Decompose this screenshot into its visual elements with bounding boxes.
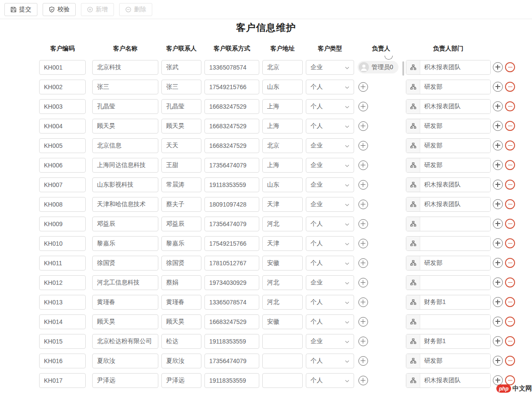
customer-code-input[interactable] bbox=[39, 334, 86, 349]
delete-row-button[interactable] bbox=[505, 140, 515, 150]
customer-address-input[interactable] bbox=[262, 197, 303, 212]
customer-contact-input[interactable] bbox=[161, 99, 201, 114]
add-row-button[interactable] bbox=[493, 140, 503, 150]
customer-phone-input[interactable] bbox=[204, 217, 259, 231]
customer-name-input[interactable] bbox=[92, 256, 158, 270]
customer-name-input[interactable] bbox=[92, 373, 158, 388]
customer-phone-input[interactable] bbox=[204, 158, 259, 173]
customer-code-input[interactable] bbox=[39, 275, 86, 290]
add-row-button[interactable] bbox=[493, 317, 503, 327]
owner-department-input[interactable] bbox=[420, 256, 491, 270]
delete-row-button[interactable] bbox=[505, 356, 515, 366]
owner-department-input[interactable] bbox=[420, 334, 491, 348]
customer-name-input[interactable] bbox=[92, 275, 158, 290]
customer-code-input[interactable] bbox=[39, 256, 86, 270]
delete-row-button[interactable] bbox=[505, 297, 515, 307]
customer-type-select[interactable]: 个人 bbox=[306, 99, 354, 114]
customer-code-input[interactable] bbox=[39, 314, 86, 329]
customer-name-input[interactable] bbox=[92, 99, 158, 114]
org-tree-icon[interactable] bbox=[406, 295, 420, 309]
add-owner-button[interactable] bbox=[358, 239, 368, 248]
customer-name-input[interactable] bbox=[92, 60, 158, 75]
add-row-button[interactable] bbox=[493, 219, 503, 229]
customer-phone-input[interactable] bbox=[204, 80, 259, 94]
org-tree-icon[interactable] bbox=[406, 276, 420, 290]
add-owner-button[interactable] bbox=[358, 82, 368, 92]
customer-contact-input[interactable] bbox=[161, 275, 201, 290]
add-row-button[interactable] bbox=[493, 160, 503, 170]
customer-address-input[interactable] bbox=[262, 119, 303, 134]
customer-name-input[interactable] bbox=[92, 236, 158, 251]
customer-type-select[interactable]: 个人 bbox=[306, 256, 354, 270]
org-tree-icon[interactable] bbox=[406, 119, 420, 133]
customer-code-input[interactable] bbox=[39, 177, 86, 192]
customer-contact-input[interactable] bbox=[161, 119, 201, 134]
org-tree-icon[interactable] bbox=[406, 315, 420, 329]
owner-department-input[interactable] bbox=[420, 354, 491, 368]
customer-name-input[interactable] bbox=[92, 80, 158, 94]
delete-row-button[interactable] bbox=[505, 219, 515, 229]
customer-type-select[interactable]: 企业 bbox=[306, 197, 354, 212]
customer-type-select[interactable]: 企业 bbox=[306, 275, 354, 290]
customer-address-input[interactable] bbox=[262, 314, 303, 329]
customer-phone-input[interactable] bbox=[204, 197, 259, 212]
customer-name-input[interactable] bbox=[92, 119, 158, 134]
owner-department-input[interactable] bbox=[420, 158, 491, 172]
add-row-button[interactable] bbox=[493, 258, 503, 268]
customer-contact-input[interactable] bbox=[161, 334, 201, 349]
add-row-button[interactable] bbox=[493, 101, 503, 111]
submit-button[interactable]: 提交 bbox=[4, 3, 37, 16]
delete-row-button[interactable] bbox=[505, 62, 515, 72]
delete-row-button[interactable] bbox=[505, 180, 515, 190]
customer-phone-input[interactable] bbox=[204, 373, 259, 388]
customer-contact-input[interactable] bbox=[161, 236, 201, 251]
owner-department-input[interactable] bbox=[420, 276, 491, 290]
add-owner-button[interactable] bbox=[358, 219, 368, 229]
delete-row-button[interactable] bbox=[505, 160, 515, 170]
add-owner-button[interactable] bbox=[358, 317, 368, 327]
org-tree-icon[interactable] bbox=[406, 139, 420, 153]
customer-contact-input[interactable] bbox=[161, 158, 201, 173]
customer-name-input[interactable] bbox=[92, 197, 158, 212]
owner-department-input[interactable] bbox=[420, 315, 491, 329]
customer-code-input[interactable] bbox=[39, 295, 86, 310]
customer-code-input[interactable] bbox=[39, 80, 86, 94]
customer-phone-input[interactable] bbox=[204, 275, 259, 290]
add-row-button[interactable] bbox=[493, 336, 503, 346]
customer-contact-input[interactable] bbox=[161, 138, 201, 153]
customer-address-input[interactable] bbox=[262, 60, 303, 75]
delete-row-button[interactable] bbox=[505, 258, 515, 268]
customer-phone-input[interactable] bbox=[204, 119, 259, 134]
customer-contact-input[interactable] bbox=[161, 373, 201, 388]
customer-type-select[interactable]: 个人 bbox=[306, 373, 354, 388]
customer-address-input[interactable] bbox=[262, 256, 303, 270]
customer-phone-input[interactable] bbox=[204, 256, 259, 270]
add-owner-button[interactable] bbox=[358, 297, 368, 307]
add-owner-button[interactable] bbox=[358, 121, 368, 131]
customer-phone-input[interactable] bbox=[204, 177, 259, 192]
delete-button[interactable]: 删除 bbox=[119, 3, 152, 16]
owner-department-input[interactable] bbox=[420, 178, 491, 192]
add-button[interactable]: 新增 bbox=[81, 3, 114, 16]
customer-type-select[interactable]: 个人 bbox=[306, 295, 354, 310]
add-owner-button[interactable] bbox=[358, 160, 368, 170]
customer-code-input[interactable] bbox=[39, 99, 86, 114]
owner-department-input[interactable] bbox=[420, 295, 491, 309]
owner-department-input[interactable] bbox=[420, 100, 491, 114]
customer-type-select[interactable]: 个人 bbox=[306, 236, 354, 251]
add-owner-button[interactable] bbox=[358, 278, 368, 287]
customer-type-select[interactable]: 企业 bbox=[306, 158, 354, 173]
add-owner-button[interactable] bbox=[358, 102, 368, 111]
owner-department-input[interactable] bbox=[420, 60, 491, 74]
delete-row-button[interactable] bbox=[505, 375, 515, 385]
customer-code-input[interactable] bbox=[39, 354, 86, 368]
add-row-button[interactable] bbox=[493, 199, 503, 209]
add-row-button[interactable] bbox=[493, 356, 503, 366]
add-owner-button[interactable] bbox=[358, 337, 368, 346]
customer-address-input[interactable] bbox=[262, 80, 303, 94]
customer-type-select[interactable]: 企业 bbox=[306, 138, 354, 153]
customer-contact-input[interactable] bbox=[161, 256, 201, 270]
customer-address-input[interactable] bbox=[262, 295, 303, 310]
customer-code-input[interactable] bbox=[39, 373, 86, 388]
owner-department-input[interactable] bbox=[420, 119, 491, 133]
